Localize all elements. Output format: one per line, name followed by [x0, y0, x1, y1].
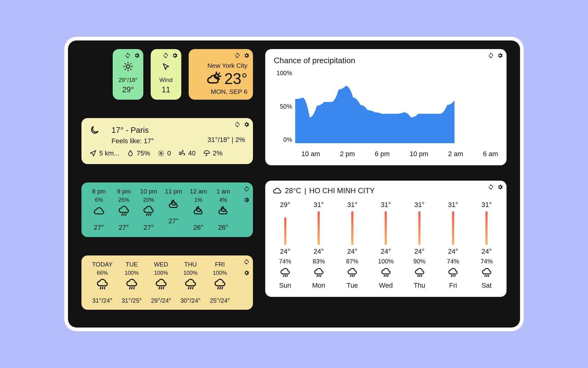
day-col: FRI 100% 25°/24°	[205, 261, 235, 304]
hour-temp: 27°	[119, 224, 129, 232]
day-name: Fri	[449, 282, 457, 289]
hcmc-day-col: 31° 24° 100% Wed	[373, 201, 398, 289]
day-pct: 66%	[97, 270, 108, 276]
hour-temp: 27°	[94, 224, 104, 232]
refresh-icon[interactable]	[162, 52, 169, 59]
daily-widget[interactable]: TODAY 66% 31°/24° TUE 100% 31°/25° WED 1…	[81, 255, 253, 310]
hourly-widget[interactable]: 8 pm 6% 27° 9 pm 25% 27° 10 pm 20% 27° 1…	[81, 182, 253, 237]
day-humidity: 74%	[279, 258, 291, 265]
x-label: 6 am	[483, 150, 498, 158]
rain-icon	[96, 278, 108, 292]
gear-icon[interactable]	[134, 52, 140, 59]
hcmc-day-col: 31° 24° 87% Tue	[340, 201, 365, 289]
hcmc-day-col: 31° 24° 83% Mon	[306, 201, 331, 289]
rain-icon	[347, 267, 357, 279]
day-low: 24°	[381, 247, 391, 255]
nyc-date: MON, SEP 6	[211, 88, 247, 95]
night-icon	[217, 205, 229, 218]
sun-icon	[157, 150, 165, 157]
day-pct: 100%	[213, 270, 227, 276]
day-name: WED	[154, 261, 168, 268]
temp-bar	[351, 211, 353, 245]
moon-icon	[89, 125, 100, 135]
wind-icon	[178, 150, 186, 157]
refresh-icon[interactable]	[488, 52, 494, 59]
hour-pct: 1%	[194, 197, 202, 203]
aqi-stat: 40	[188, 149, 195, 157]
day-name: Sat	[481, 282, 492, 289]
rain-icon	[314, 267, 324, 279]
gear-icon[interactable]	[497, 52, 503, 59]
day-humidity: 74%	[481, 258, 493, 265]
temp-bar	[318, 211, 320, 245]
day-name: TUE	[126, 261, 138, 268]
hour-col: 1 am 4% 26°	[212, 188, 235, 232]
y-label: 100%	[274, 70, 292, 77]
hcmc-day-col: 31° 24° 74% Fri	[440, 201, 466, 289]
hcmc-temp: 28°C	[285, 186, 301, 195]
day-col: TODAY 66% 31°/24°	[88, 261, 117, 304]
temp-widget-small[interactable]: 29°/18° 29°	[113, 49, 143, 100]
rain-icon	[155, 278, 167, 292]
gear-icon[interactable]	[243, 197, 250, 203]
refresh-icon[interactable]	[124, 52, 131, 59]
hour-time: 11 pm	[165, 188, 182, 195]
rain-icon	[214, 278, 226, 292]
paris-stats: 5 km... 75% 0 40 2%	[89, 149, 245, 157]
day-col: TUE 100% 31°/25°	[117, 261, 146, 304]
day-low: 24°	[347, 247, 357, 255]
hourly-list: 8 pm 6% 27° 9 pm 25% 27° 10 pm 20% 27° 1…	[88, 188, 247, 232]
day-high: 29°	[280, 201, 290, 209]
cursor-icon	[161, 63, 171, 73]
day-humidity: 87%	[346, 258, 358, 265]
paris-widget[interactable]: 17° - Paris Feels like: 17° 31°/18° | 2%…	[81, 118, 253, 164]
home-screen: 29°/18° 29° Wind 11 New York City 23° MO…	[68, 40, 520, 328]
refresh-icon[interactable]	[243, 186, 250, 192]
wind-widget-small[interactable]: Wind 11	[151, 49, 181, 100]
hour-temp: 26°	[218, 224, 228, 232]
day-name: Mon	[312, 282, 325, 289]
chart-area	[295, 70, 454, 143]
temp-current: 29°	[122, 85, 134, 94]
temp-bar	[385, 211, 387, 245]
day-name: TODAY	[92, 261, 112, 268]
gear-icon[interactable]	[497, 184, 503, 190]
gear-icon[interactable]	[172, 52, 178, 59]
hour-col: 10 pm 20% 27°	[137, 188, 160, 232]
refresh-icon[interactable]	[243, 259, 250, 265]
wind-stat: 5 km...	[99, 149, 119, 157]
daily-list: TODAY 66% 31°/24° TUE 100% 31°/25° WED 1…	[88, 261, 247, 304]
nyc-widget[interactable]: New York City 23° MON, SEP 6	[189, 49, 253, 100]
day-high: 31°	[314, 201, 324, 209]
rain-icon	[143, 205, 154, 218]
precipitation-chart-widget[interactable]: Chance of precipitation 100% 50% 0% 10 a…	[265, 49, 507, 165]
day-high: 31°	[381, 201, 391, 209]
hour-col: 11 pm 27°	[162, 188, 185, 232]
gear-icon[interactable]	[243, 121, 250, 128]
wind-label: Wind	[159, 77, 172, 83]
day-name: Thu	[414, 282, 425, 289]
wind-value: 11	[162, 85, 170, 94]
refresh-icon[interactable]	[488, 184, 494, 190]
hcmc-widget[interactable]: 28°C | HO CHI MINH CITY 29° 24° 74% Sun …	[265, 181, 507, 297]
day-pct: 100%	[125, 270, 139, 276]
day-name: FRI	[215, 261, 225, 268]
rain-icon	[448, 267, 458, 279]
hour-col: 9 pm 25% 27°	[112, 188, 135, 232]
hcmc-days-grid: 29° 24° 74% Sun 31° 24° 83% Mon 31° 24° …	[273, 201, 499, 289]
top-widget-row: 29°/18° 29° Wind 11 New York City 23° MO…	[81, 49, 253, 100]
refresh-icon[interactable]	[234, 121, 241, 128]
night-icon	[193, 205, 204, 218]
gear-icon[interactable]	[243, 270, 250, 276]
day-low: 24°	[481, 247, 492, 255]
nyc-temp: 23°	[224, 70, 247, 88]
temp-bar	[418, 211, 420, 245]
cloud-icon	[273, 186, 282, 195]
refresh-icon[interactable]	[234, 52, 241, 59]
hour-temp: 27°	[168, 217, 179, 225]
sun-icon	[123, 61, 133, 73]
uv-stat: 0	[167, 149, 171, 157]
hcmc-city: HO CHI MINH CITY	[309, 186, 375, 195]
gear-icon[interactable]	[243, 52, 250, 59]
day-pct: 100%	[154, 270, 168, 276]
